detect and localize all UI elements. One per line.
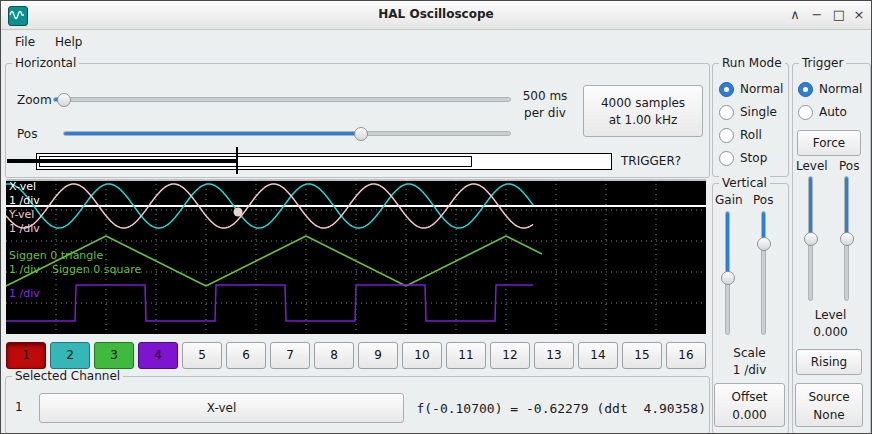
- hpos-label: Pos: [17, 127, 37, 141]
- trigger-group-label: Trigger: [799, 56, 846, 70]
- channel-button-9[interactable]: 9: [358, 342, 398, 369]
- channel-button-13[interactable]: 13: [534, 342, 574, 369]
- timebase-readout: 500 ms per div: [513, 88, 577, 122]
- channel-button-8[interactable]: 8: [314, 342, 354, 369]
- menu-help[interactable]: Help: [45, 30, 92, 55]
- gain-slider[interactable]: [721, 211, 735, 335]
- trigger-level-handle[interactable]: [804, 232, 818, 246]
- scope-trace-siggen-square: [6, 285, 533, 321]
- zoom-slider-track[interactable]: [53, 97, 511, 102]
- samples-button[interactable]: 4000 samples at 1.00 kHz: [583, 85, 703, 137]
- minimize-window-button[interactable]: −: [807, 1, 827, 29]
- trigger-normal-radio[interactable]: Normal: [798, 81, 864, 99]
- radio-icon: [798, 105, 813, 120]
- scale-value: 1 /div: [712, 362, 787, 379]
- scope-svg: [6, 179, 706, 334]
- channel-button-5[interactable]: 5: [182, 342, 222, 369]
- zoom-slider-handle[interactable]: [57, 93, 71, 107]
- scale-readout: Scale 1 /div: [712, 345, 787, 379]
- timebase-value: 500 ms: [513, 88, 577, 105]
- run-mode-stop-radio[interactable]: Stop: [719, 150, 785, 168]
- gain-slider-handle[interactable]: [721, 271, 735, 285]
- channel-button-3[interactable]: 3: [94, 342, 134, 369]
- channel-button-7[interactable]: 7: [270, 342, 310, 369]
- channel-button-15[interactable]: 15: [622, 342, 662, 369]
- hal-oscilloscope-window: HAL Oscilloscope ∧ − □ × File Help Horiz…: [0, 0, 872, 434]
- maximize-window-button[interactable]: □: [829, 1, 849, 29]
- horizontal-group-label: Horizontal: [12, 56, 79, 70]
- scope-display: X-vel1 /divY-vel1 /divSiggen 0 triangle1…: [6, 179, 706, 334]
- timeline-trigger-marker[interactable]: [236, 147, 238, 174]
- scope-channel-label: 1 /div: [9, 263, 40, 276]
- menu-file[interactable]: File: [5, 30, 45, 55]
- trigger-level-value: 0.000: [792, 324, 869, 341]
- shade-window-button[interactable]: ∧: [785, 1, 805, 29]
- offset-value: 0.000: [715, 406, 784, 424]
- scope-channel-label: Y-vel: [9, 208, 34, 221]
- gain-slider-label: Gain: [715, 193, 743, 207]
- radio-icon: [798, 82, 813, 97]
- trigger-source-caption: Source: [796, 388, 862, 406]
- channel-button-1[interactable]: 1: [6, 342, 46, 369]
- gain-slider-fill: [726, 212, 729, 279]
- samples-count: 4000 samples: [584, 95, 702, 112]
- radio-icon: [719, 151, 734, 166]
- trigger-level-slider[interactable]: [804, 176, 818, 301]
- run-mode-single-radio[interactable]: Single: [719, 104, 785, 122]
- channel-button-2[interactable]: 2: [50, 342, 90, 369]
- channel-button-6[interactable]: 6: [226, 342, 266, 369]
- timeline-data-extent: [7, 159, 237, 163]
- trigger-auto-radio[interactable]: Auto: [798, 104, 864, 122]
- scope-channel-label: Siggen 0 square: [52, 263, 141, 276]
- zoom-label: Zoom: [17, 93, 52, 107]
- hpos-slider[interactable]: [63, 127, 511, 141]
- vpos-slider-handle[interactable]: [757, 237, 771, 251]
- trigger-pos-fill: [845, 177, 848, 240]
- hpos-slider-handle[interactable]: [354, 127, 368, 141]
- trigger-pos-slider-label: Pos: [839, 159, 859, 173]
- offset-button[interactable]: Offset 0.000: [714, 383, 785, 427]
- run-mode-roll-radio[interactable]: Roll: [719, 127, 785, 145]
- offset-caption: Offset: [715, 388, 784, 406]
- channel-button-16[interactable]: 16: [666, 342, 706, 369]
- scope-channel-label: 1 /div: [9, 222, 40, 235]
- hpos-slider-fill: [64, 132, 362, 135]
- trigger-source-button[interactable]: Source None: [795, 383, 863, 427]
- timebase-unit: per div: [513, 105, 577, 122]
- channel-button-10[interactable]: 10: [402, 342, 442, 369]
- channel-button-12[interactable]: 12: [490, 342, 530, 369]
- trigger-level-fill: [809, 177, 812, 240]
- trigger-edge-button[interactable]: Rising: [796, 349, 862, 375]
- titlebar: HAL Oscilloscope ∧ − □ ×: [1, 1, 871, 30]
- trigger-level-caption: Level: [792, 307, 869, 324]
- vertical-group-label: Vertical: [719, 176, 770, 190]
- scope-channel-label: 1 /div: [9, 287, 40, 300]
- menubar: File Help: [1, 30, 871, 55]
- trigger-pos-slider[interactable]: [840, 176, 854, 301]
- channel-button-14[interactable]: 14: [578, 342, 618, 369]
- zoom-slider[interactable]: [53, 93, 511, 107]
- selected-channel-group-label: Selected Channel: [12, 369, 123, 383]
- trigger-pos-handle[interactable]: [840, 232, 854, 246]
- function-readout: f(-0.10700) = -0.62279 (ddt 4.90358): [409, 401, 706, 416]
- trigger-point-marker[interactable]: [234, 208, 243, 217]
- scope-channel-label: X-vel: [9, 180, 36, 193]
- channel-name-button[interactable]: X-vel: [39, 393, 404, 423]
- scope-channel-label: 1 /div: [9, 194, 40, 207]
- selected-channel-number: 1: [15, 400, 23, 414]
- trigger-source-value: None: [796, 406, 862, 424]
- radio-icon: [719, 82, 734, 97]
- close-window-button[interactable]: ×: [849, 1, 869, 29]
- trigger-level-slider-label: Level: [796, 159, 828, 173]
- radio-icon: [719, 128, 734, 143]
- scope-channel-label: Siggen 0 triangle: [9, 249, 103, 262]
- run-mode-group-label: Run Mode: [719, 56, 785, 70]
- run-mode-normal-radio[interactable]: Normal: [719, 81, 785, 99]
- vpos-slider-label: Pos: [753, 193, 773, 207]
- channel-button-11[interactable]: 11: [446, 342, 486, 369]
- trigger-question-label: TRIGGER?: [621, 154, 681, 168]
- scale-caption: Scale: [712, 345, 787, 362]
- channel-button-4[interactable]: 4: [138, 342, 178, 369]
- force-button[interactable]: Force: [797, 130, 861, 156]
- vpos-slider[interactable]: [757, 211, 771, 335]
